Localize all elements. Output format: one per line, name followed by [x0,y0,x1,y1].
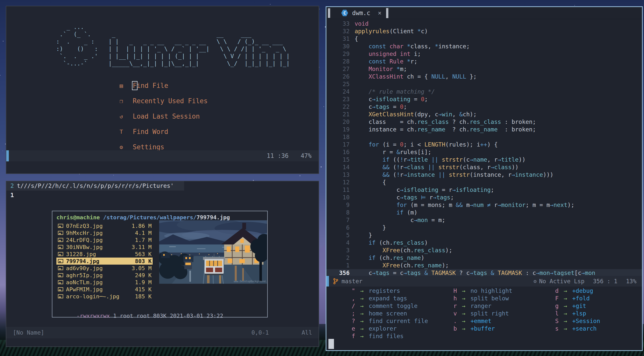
code-text: XFree(ch.res_name); [355,262,449,269]
code-line: 23 c→isfloating = 0; [326,95,642,103]
arrow-icon: → [457,295,470,302]
file-row[interactable]: 9hMxcHr.jpg4.1 M [56,229,153,236]
arrow-icon: → [457,287,470,295]
whichkey-binding[interactable]: r→ranger [435,302,536,310]
file-size: 803 K [126,258,153,264]
file-row[interactable]: 07nEzQ3.jpg1.86 M [56,222,153,229]
menu-item-recent-files[interactable]: ❐Recently Used Files [120,97,208,105]
whichkey-binding[interactable]: .→+emmet [435,317,536,325]
image-file-icon [58,294,63,298]
whichkey-binding[interactable]: f→find files [333,332,435,340]
buffer-line-2[interactable]: 1 [6,191,319,200]
arrow-icon: → [457,302,470,310]
whichkey-panel: "→registers,→expand tags/→comment toggle… [326,287,642,340]
line-number: 6 [326,224,355,231]
whichkey-binding[interactable]: ,→expand tags [333,295,435,302]
code-text: c→tags = c→tags & TAGMASK ? c→tags & TAG… [355,269,595,277]
image-preview: www.DesktopBackground.org [159,220,267,284]
statusline-accent-bar [326,276,329,287]
star [0,75,1,76]
menu-item-label: Settings [133,143,164,151]
code-text: unsigned int i; [355,50,421,58]
arrow-icon: → [559,302,572,310]
user-host: chris@machine [56,214,100,221]
whichkey-binding[interactable]: l→+lsp [536,310,638,317]
file-row[interactable]: 31228.jpg563 K [56,251,153,258]
menu-item-settings[interactable]: ⚙Settings [120,143,208,151]
code-text: { [355,179,386,186]
line-number: 28 [326,58,355,65]
code-area[interactable]: 33void32applyrules(Client *c)31{30 const… [326,19,642,277]
whichkey-key: ? [333,317,355,325]
whichkey-label: home screen [369,310,407,317]
file-name: 24LrDFQ.jpg [66,237,126,243]
whichkey-binding[interactable]: ;→home screen [333,310,435,317]
code-line: 1 XFree(ch.res_name); [326,262,642,269]
image-file-icon [58,259,63,263]
whichkey-binding[interactable]: ?→find current file [333,317,435,325]
file-row[interactable]: APwFMIM.jpg415 K [56,286,153,293]
whichkey-label: +Session [572,317,600,325]
line-number: 4 [326,239,355,246]
image-file-icon [58,224,63,228]
dashboard-window[interactable]: _ ... .` (_ `. _ __ ___ : . _ : | | _ _ … [6,6,319,174]
menu-item-find-word[interactable]: TFind Word [120,128,208,135]
line-number: 2 [6,181,17,191]
whichkey-binding[interactable]: e→explorer [333,325,435,332]
menu-item-load-session[interactable]: ↺Load Last Session [120,113,208,120]
close-tab-icon[interactable]: × [378,10,381,17]
line-number: 14 [326,163,355,171]
whichkey-binding[interactable]: s→+search [536,325,638,332]
line-number: 16 [326,148,355,156]
cursor-position: 356 : 1 [593,278,618,284]
file-row[interactable]: aoNcTLm.jpg1.9 M [56,279,153,286]
file-permissions: -rwxrwxrwx [76,313,110,319]
file-manager-popup[interactable]: chris@machine /storag/Pictures/wallpaper… [52,211,268,317]
file-size: 3.11 M [126,244,153,250]
whichkey-binding[interactable]: h→split below [435,295,536,302]
line-number: 5 [326,231,355,239]
terminal-window[interactable]: 2 t///s/P//2/h/c/.l/s/n/s/p/p/s/r/r/s/Pi… [6,181,319,347]
file-row[interactable]: arco-login─~.jpg185 K [56,293,153,300]
buffer-text: t///s/P//2/h/c/.l/s/n/s/p/p/s/r/r/s/Pict… [17,181,174,191]
line-number: 1 [6,191,17,200]
whichkey-binding[interactable]: g→+git [536,302,638,310]
whichkey-binding[interactable]: v→split right [435,310,536,317]
menu-item-label: Find Word [133,128,168,135]
tab-dwm-c[interactable]: C dwm.c × [341,10,382,17]
whichkey-binding[interactable]: /→comment toggle [333,302,435,310]
code-text: /* rule matching */ [355,88,435,95]
whichkey-key: b [435,325,457,332]
whichkey-binding[interactable]: "→registers [333,287,435,295]
line-number: 23 [326,95,355,103]
whichkey-label: split right [470,310,509,317]
whichkey-key: g [536,302,559,310]
statusline-accent-bar [6,150,9,161]
file-size: 1.7 M [126,237,153,243]
file-name: APwFMIM.jpg [66,286,126,293]
scroll-indicator: All [301,329,312,336]
whichkey-binding[interactable]: d→+debug [536,287,638,295]
editor-window[interactable]: C dwm.c × 33void32applyrules(Client *c)3… [326,6,643,351]
code-text: } [355,224,386,231]
file-row[interactable]: ad6v90y.jpg3.05 M [56,265,153,272]
arrow-icon: → [355,287,369,295]
whichkey-binding[interactable]: b→+buffer [435,325,536,332]
whichkey-binding[interactable]: S→+Session [536,317,638,325]
whichkey-label: no highlight [470,287,512,295]
whichkey-binding[interactable]: F→+fold [536,295,638,302]
editor-statusline: master ⚙ No Active Lsp 356 : 1 13% [326,276,642,287]
highlighted-line: 2 t///s/P//2/h/c/.l/s/n/s/p/p/s/r/r/s/Pi… [6,181,184,191]
file-row[interactable]: 24LrDFQ.jpg1.7 M [56,236,153,243]
file-row[interactable]: 799794.jpg803 K [56,258,153,265]
whichkey-binding[interactable]: H→no highlight [435,287,536,295]
star [323,106,324,107]
file-row[interactable]: aghr5Ip.jpg249 K [56,272,153,279]
file-row[interactable]: 30iNVBw.jpg3.11 M [56,243,153,251]
image-file-icon [58,266,63,270]
line-number: 18 [326,133,355,141]
menu-item-find-file[interactable]: ▤Find File [120,82,208,89]
line-number: 9 [326,201,355,209]
code-line: 10 c→tags ⊨ r→tags; [326,194,642,201]
buffer-line-1[interactable]: 2 t///s/P//2/h/c/.l/s/n/s/p/p/s/r/r/s/Pi… [6,181,319,191]
